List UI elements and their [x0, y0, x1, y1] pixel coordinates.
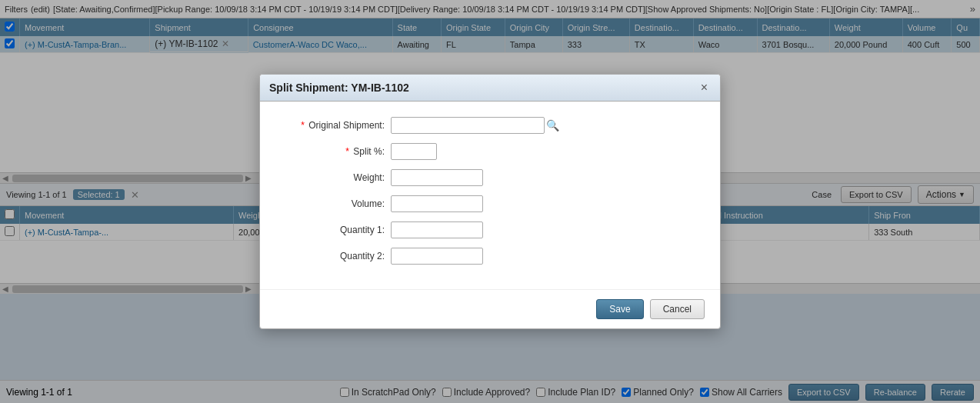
- weight-row: Weight:: [283, 169, 697, 186]
- modal-cancel-button[interactable]: Cancel: [650, 299, 705, 319]
- volume-label: Volume:: [283, 198, 391, 209]
- quantity2-input[interactable]: [391, 248, 483, 265]
- original-shipment-input[interactable]: [391, 117, 545, 134]
- quantity1-row: Quantity 1:: [283, 221, 697, 238]
- modal-body: * Original Shipment: 🔍 * Split %: Weight…: [260, 102, 720, 289]
- split-pct-row: * Split %:: [283, 143, 697, 160]
- split-pct-label: * Split %:: [283, 146, 391, 157]
- split-pct-input[interactable]: [391, 143, 437, 160]
- quantity2-label: Quantity 2:: [283, 251, 391, 261]
- modal-save-button[interactable]: Save: [596, 299, 643, 319]
- weight-label: Weight:: [283, 172, 391, 183]
- modal-footer: Save Cancel: [260, 289, 720, 328]
- quantity1-label: Quantity 1:: [283, 225, 391, 235]
- quantity1-input[interactable]: [391, 221, 483, 238]
- modal-close-button[interactable]: ×: [698, 81, 711, 95]
- required-marker: *: [301, 120, 305, 131]
- volume-row: Volume:: [283, 195, 697, 212]
- original-shipment-search-icon[interactable]: 🔍: [546, 119, 559, 132]
- modal-header: Split Shipment: YM-IB-1102 ×: [260, 75, 720, 102]
- volume-input[interactable]: [391, 195, 483, 212]
- original-shipment-label: * Original Shipment:: [283, 120, 391, 131]
- split-required-marker: *: [345, 146, 349, 157]
- modal-title: Split Shipment: YM-IB-1102: [269, 82, 409, 94]
- quantity2-row: Quantity 2:: [283, 248, 697, 265]
- modal-overlay: Split Shipment: YM-IB-1102 × * Original …: [0, 0, 980, 403]
- split-shipment-modal: Split Shipment: YM-IB-1102 × * Original …: [259, 74, 721, 329]
- weight-input[interactable]: [391, 169, 483, 186]
- original-shipment-row: * Original Shipment: 🔍: [283, 117, 697, 134]
